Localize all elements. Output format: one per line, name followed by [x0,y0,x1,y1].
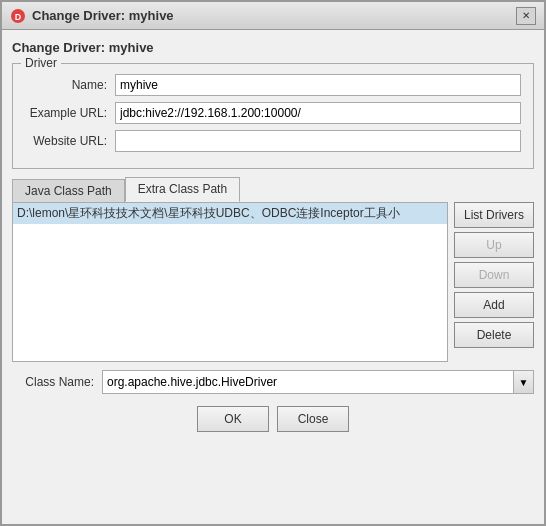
website-url-row: Website URL: [25,130,521,152]
add-button[interactable]: Add [454,292,534,318]
delete-button[interactable]: Delete [454,322,534,348]
driver-group: Driver Name: Example URL: Website URL: [12,63,534,169]
main-window: D Change Driver: myhive ✕ Change Driver:… [0,0,546,526]
svg-text:D: D [15,12,22,22]
website-url-input[interactable] [115,130,521,152]
action-buttons: OK Close [12,402,534,432]
classpath-buttons: List Drivers Up Down Add Delete [454,202,534,362]
example-url-label: Example URL: [25,106,115,120]
name-row: Name: [25,74,521,96]
window-title: Change Driver: myhive [32,8,174,23]
class-name-row: Class Name: ▼ [12,370,534,394]
class-name-label: Class Name: [12,375,102,389]
name-input[interactable] [115,74,521,96]
website-url-label: Website URL: [25,134,115,148]
class-name-dropdown-arrow[interactable]: ▼ [513,371,533,393]
list-drivers-button[interactable]: List Drivers [454,202,534,228]
classpath-list-container: D:\lemon\星环科技技术文档\星环科技UDBC、ODBC连接Incepto… [12,202,448,362]
title-bar: D Change Driver: myhive ✕ [2,2,544,30]
tab-java-class-path[interactable]: Java Class Path [12,179,125,202]
tab-extra-class-path[interactable]: Extra Class Path [125,177,240,202]
list-item[interactable]: D:\lemon\星环科技技术文档\星环科技UDBC、ODBC连接Incepto… [13,203,447,224]
classpath-area: D:\lemon\星环科技技术文档\星环科技UDBC、ODBC连接Incepto… [12,202,534,362]
driver-group-label: Driver [21,56,61,70]
example-url-input[interactable] [115,102,521,124]
app-icon: D [10,8,26,24]
window-controls: ✕ [516,7,536,25]
class-name-select-container: ▼ [102,370,534,394]
ok-button[interactable]: OK [197,406,269,432]
dialog-header: Change Driver: myhive [12,40,534,55]
close-button[interactable]: ✕ [516,7,536,25]
up-button[interactable]: Up [454,232,534,258]
title-bar-left: D Change Driver: myhive [10,8,174,24]
content-area: Change Driver: myhive Driver Name: Examp… [2,30,544,524]
name-label: Name: [25,78,115,92]
example-url-row: Example URL: [25,102,521,124]
close-button-main[interactable]: Close [277,406,349,432]
down-button[interactable]: Down [454,262,534,288]
tabs-container: Java Class Path Extra Class Path [12,177,534,202]
class-name-input[interactable] [103,371,513,393]
